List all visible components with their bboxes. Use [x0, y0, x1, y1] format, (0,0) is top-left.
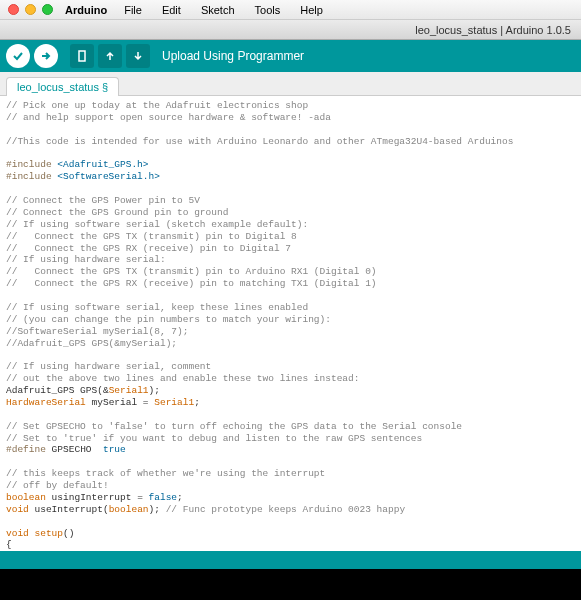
minimize-icon[interactable] — [25, 4, 36, 15]
arrow-right-icon — [39, 49, 53, 63]
window-title: leo_locus_status | Arduino 1.0.5 — [415, 24, 571, 36]
menu-edit[interactable]: Edit — [155, 4, 188, 16]
console-area — [0, 569, 581, 600]
new-button[interactable] — [70, 44, 94, 68]
tab-bar: leo_locus_status § — [0, 72, 581, 96]
menu-file[interactable]: File — [117, 4, 149, 16]
menu-sketch[interactable]: Sketch — [194, 4, 242, 16]
open-button[interactable] — [98, 44, 122, 68]
menu-tools[interactable]: Tools — [248, 4, 288, 16]
zoom-icon[interactable] — [42, 4, 53, 15]
upload-button[interactable] — [34, 44, 58, 68]
mac-menubar: Arduino File Edit Sketch Tools Help — [0, 0, 581, 20]
arrow-down-icon — [131, 49, 145, 63]
file-icon — [75, 49, 89, 63]
status-bar — [0, 551, 581, 569]
close-icon[interactable] — [8, 4, 19, 15]
code-editor[interactable]: // Pick one up today at the Adafruit ele… — [0, 96, 581, 551]
toolbar: Upload Using Programmer — [0, 40, 581, 72]
arrow-up-icon — [103, 49, 117, 63]
menu-help[interactable]: Help — [293, 4, 330, 16]
toolbar-status-text: Upload Using Programmer — [162, 49, 304, 63]
tab-active[interactable]: leo_locus_status § — [6, 77, 119, 96]
verify-button[interactable] — [6, 44, 30, 68]
window-titlebar: leo_locus_status | Arduino 1.0.5 — [0, 20, 581, 40]
app-name[interactable]: Arduino — [65, 4, 107, 16]
svg-rect-0 — [79, 51, 85, 61]
save-button[interactable] — [126, 44, 150, 68]
window-controls — [8, 4, 53, 15]
check-icon — [11, 49, 25, 63]
